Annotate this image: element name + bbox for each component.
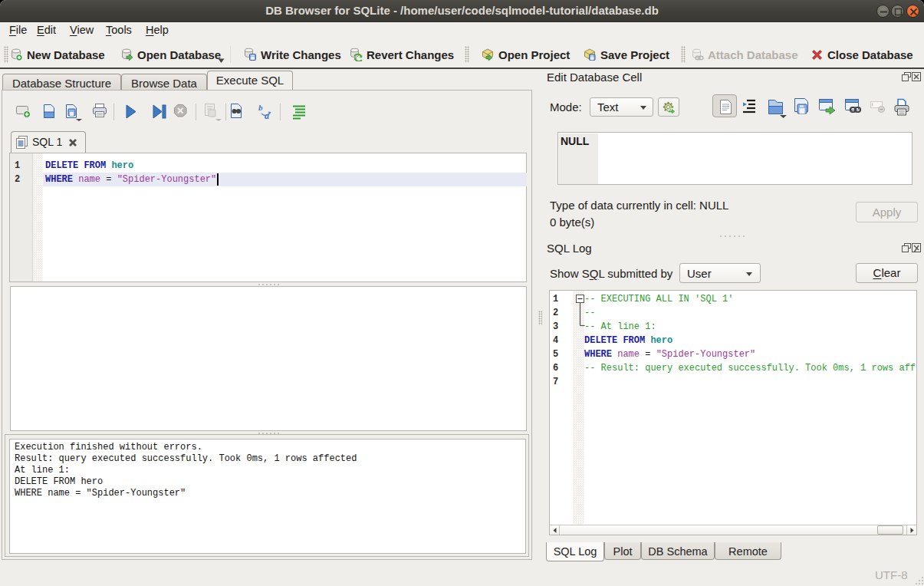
svg-text:a: a [265,110,269,121]
svg-text:b: b [258,103,263,112]
